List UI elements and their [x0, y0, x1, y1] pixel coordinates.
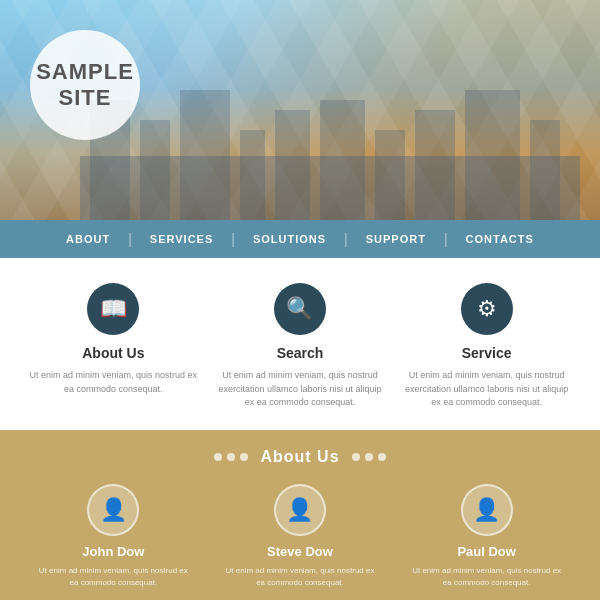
- feature-service-text: Ut enim ad minim veniam, quis nostrud ex…: [402, 369, 572, 410]
- dot-1: [214, 453, 222, 461]
- about-cards: 👤 John Dow Ut enim ad minim veniam, quis…: [20, 484, 580, 589]
- about-section-title: About Us: [260, 448, 339, 466]
- hero-section: SAMPLESITE: [0, 0, 600, 220]
- main-nav: ABOUT | SERVICES | SOLUTIONS | SUPPORT |…: [0, 220, 600, 258]
- bio-steve: Ut enim ad minim veniam, quis nostrud ex…: [220, 565, 380, 589]
- service-icon: ⚙: [461, 283, 513, 335]
- feature-service-title: Service: [402, 345, 572, 361]
- feature-about: 📖 About Us Ut enim ad minim veniam, quis…: [28, 283, 198, 396]
- feature-service: ⚙ Service Ut enim ad minim veniam, quis …: [402, 283, 572, 410]
- about-card-paul: 👤 Paul Dow Ut enim ad minim veniam, quis…: [407, 484, 567, 589]
- bio-john: Ut enim ad minim veniam, quis nostrud ex…: [33, 565, 193, 589]
- about-dots-left: [214, 453, 248, 461]
- about-card-steve: 👤 Steve Dow Ut enim ad minim veniam, qui…: [220, 484, 380, 589]
- dot-5: [365, 453, 373, 461]
- feature-search: 🔍 Search Ut enim ad minim veniam, quis n…: [215, 283, 385, 410]
- about-dots-right: [352, 453, 386, 461]
- about-card-john: 👤 John Dow Ut enim ad minim veniam, quis…: [33, 484, 193, 589]
- name-paul: Paul Dow: [407, 544, 567, 559]
- avatar-paul: 👤: [461, 484, 513, 536]
- name-john: John Dow: [33, 544, 193, 559]
- about-icon: 📖: [87, 283, 139, 335]
- feature-about-text: Ut enim ad minim veniam, quis nostrud ex…: [28, 369, 198, 396]
- nav-item-support[interactable]: SUPPORT: [348, 220, 444, 258]
- features-section: 📖 About Us Ut enim ad minim veniam, quis…: [0, 258, 600, 430]
- feature-search-title: Search: [215, 345, 385, 361]
- logo-text: SAMPLESITE: [36, 59, 134, 112]
- avatar-steve: 👤: [274, 484, 326, 536]
- site-logo: SAMPLESITE: [30, 30, 140, 140]
- nav-item-services[interactable]: SERVICES: [132, 220, 231, 258]
- feature-about-title: About Us: [28, 345, 198, 361]
- dot-3: [240, 453, 248, 461]
- about-header: About Us: [20, 448, 580, 466]
- nav-item-about[interactable]: ABOUT: [48, 220, 128, 258]
- dot-2: [227, 453, 235, 461]
- nav-item-solutions[interactable]: SOLUTIONS: [235, 220, 344, 258]
- about-section: About Us 👤 John Dow Ut enim ad minim ven…: [0, 430, 600, 601]
- hero-skyline: [80, 60, 580, 220]
- search-icon: 🔍: [274, 283, 326, 335]
- dot-6: [378, 453, 386, 461]
- dot-4: [352, 453, 360, 461]
- avatar-john: 👤: [87, 484, 139, 536]
- name-steve: Steve Dow: [220, 544, 380, 559]
- nav-item-contacts[interactable]: CONTACTS: [448, 220, 552, 258]
- feature-search-text: Ut enim ad minim veniam, quis nostrud ex…: [215, 369, 385, 410]
- bio-paul: Ut enim ad minim veniam, quis nostrud ex…: [407, 565, 567, 589]
